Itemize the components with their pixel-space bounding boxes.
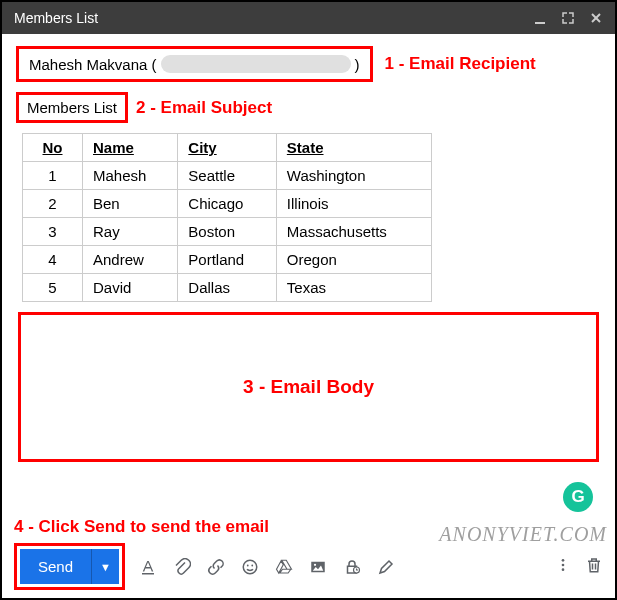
col-state: State bbox=[276, 134, 431, 162]
svg-point-12 bbox=[562, 563, 565, 566]
recipient-field[interactable]: Mahesh Makvana ( ) bbox=[16, 46, 373, 82]
send-button[interactable]: Send bbox=[20, 549, 91, 584]
pen-icon[interactable] bbox=[377, 558, 395, 576]
email-body-area[interactable]: 3 - Email Body bbox=[18, 312, 599, 462]
subject-row-wrap: Members List 2 - Email Subject bbox=[16, 92, 601, 123]
toolbar-right bbox=[555, 556, 603, 578]
cell-city: Chicago bbox=[178, 190, 277, 218]
compose-toolbar: Send ▼ bbox=[14, 543, 603, 590]
svg-point-13 bbox=[562, 568, 565, 571]
svg-point-6 bbox=[251, 564, 253, 566]
grammarly-glyph: G bbox=[571, 487, 584, 507]
cell-no: 4 bbox=[23, 246, 83, 274]
cell-name: Ben bbox=[83, 190, 178, 218]
window-title: Members List bbox=[14, 10, 98, 26]
svg-point-11 bbox=[562, 559, 565, 562]
table-row: 3 Ray Boston Massachusetts bbox=[23, 218, 432, 246]
cell-no: 3 bbox=[23, 218, 83, 246]
cell-state: Washington bbox=[276, 162, 431, 190]
send-area: 4 - Click Send to send the email Send ▼ bbox=[14, 517, 603, 590]
recipient-name-prefix: Mahesh Makvana ( bbox=[29, 56, 157, 73]
svg-point-8 bbox=[314, 563, 316, 565]
cell-city: Seattle bbox=[178, 162, 277, 190]
annotation-3: 3 - Email Body bbox=[243, 376, 374, 398]
cell-name: Mahesh bbox=[83, 162, 178, 190]
annotation-2: 2 - Email Subject bbox=[136, 98, 272, 118]
grammarly-icon[interactable]: G bbox=[563, 482, 593, 512]
recipient-row-wrap: Mahesh Makvana ( ) 1 - Email Recipient bbox=[16, 46, 601, 82]
cell-name: Ray bbox=[83, 218, 178, 246]
svg-point-4 bbox=[243, 560, 257, 574]
cell-state: Oregon bbox=[276, 246, 431, 274]
cell-state: Texas bbox=[276, 274, 431, 302]
minimize-icon[interactable] bbox=[533, 11, 547, 25]
cell-no: 5 bbox=[23, 274, 83, 302]
subject-text: Members List bbox=[27, 99, 117, 116]
svg-point-5 bbox=[247, 564, 249, 566]
col-name: Name bbox=[83, 134, 178, 162]
col-no: No bbox=[23, 134, 83, 162]
trash-icon[interactable] bbox=[585, 556, 603, 578]
members-table: No Name City State 1 Mahesh Seattle Wash… bbox=[22, 133, 432, 302]
confidential-icon[interactable] bbox=[343, 558, 361, 576]
annotation-1: 1 - Email Recipient bbox=[385, 54, 536, 74]
cell-state: Massachusetts bbox=[276, 218, 431, 246]
link-icon[interactable] bbox=[207, 558, 225, 576]
table-row: 5 David Dallas Texas bbox=[23, 274, 432, 302]
cell-city: Dallas bbox=[178, 274, 277, 302]
fullscreen-icon[interactable] bbox=[561, 11, 575, 25]
table-row: 2 Ben Chicago Illinois bbox=[23, 190, 432, 218]
annotation-4: 4 - Click Send to send the email bbox=[14, 517, 269, 537]
image-icon[interactable] bbox=[309, 558, 327, 576]
send-options-button[interactable]: ▼ bbox=[91, 549, 119, 584]
window-titlebar: Members List bbox=[2, 2, 615, 34]
cell-no: 1 bbox=[23, 162, 83, 190]
drive-icon[interactable] bbox=[275, 558, 293, 576]
emoji-icon[interactable] bbox=[241, 558, 259, 576]
table-row: 4 Andrew Portland Oregon bbox=[23, 246, 432, 274]
send-button-label: Send bbox=[38, 558, 73, 575]
recipient-name-suffix: ) bbox=[355, 56, 360, 73]
recipient-email-chip[interactable] bbox=[161, 55, 351, 73]
cell-state: Illinois bbox=[276, 190, 431, 218]
subject-field[interactable]: Members List bbox=[16, 92, 128, 123]
cell-city: Boston bbox=[178, 218, 277, 246]
col-city: City bbox=[178, 134, 277, 162]
table-header-row: No Name City State bbox=[23, 134, 432, 162]
format-text-icon[interactable] bbox=[139, 558, 157, 576]
cell-no: 2 bbox=[23, 190, 83, 218]
close-icon[interactable] bbox=[589, 11, 603, 25]
email-body-table-wrap: No Name City State 1 Mahesh Seattle Wash… bbox=[16, 133, 601, 302]
format-toolbar bbox=[139, 558, 395, 576]
compose-content: Mahesh Makvana ( ) 1 - Email Recipient M… bbox=[2, 34, 615, 462]
cell-name: Andrew bbox=[83, 246, 178, 274]
cell-city: Portland bbox=[178, 246, 277, 274]
more-options-icon[interactable] bbox=[555, 557, 571, 577]
cell-name: David bbox=[83, 274, 178, 302]
send-button-highlight: Send ▼ bbox=[14, 543, 125, 590]
window-controls bbox=[533, 11, 603, 25]
table-row: 1 Mahesh Seattle Washington bbox=[23, 162, 432, 190]
attach-icon[interactable] bbox=[173, 558, 191, 576]
